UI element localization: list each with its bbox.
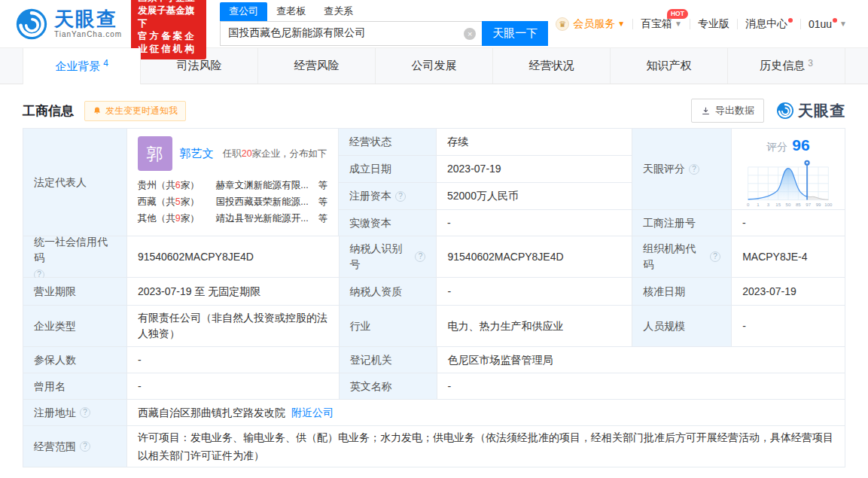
watermark-logo: 天眼查 [776,101,845,121]
registration-number-value: - [732,210,845,236]
tab-intellectual-property[interactable]: 知识产权 [611,48,728,84]
tab-company-background[interactable]: 企业背景 4 [23,48,141,84]
chevron-down-icon: ▼ [617,20,625,28]
tab-operating-status[interactable]: 经营状况 [493,48,611,84]
tenure-group-row: 贵州（共6家） 赫章文渊新能源有限... 等 [138,177,327,193]
menu-toolbox[interactable]: HOT 百宝箱 ▼ [633,17,690,31]
svg-text:15: 15 [775,202,781,207]
insured-count-value: - [127,347,340,373]
svg-text:50: 50 [786,202,791,207]
legal-rep-cell: 郭 郭艺文 任职20家企业，分布如下 贵州（共6家） 赫章文渊新能源有限... … [127,129,339,236]
company-nav-tabs: 企业背景 4 司法风险 经营风险 公司发展 经营状况 知识产权 历史信息 3 [0,47,868,84]
former-name-value: - [127,373,340,400]
english-name-label: 英文名称 [340,373,437,400]
notify-on-change-button[interactable]: 发生变更时通知我 [84,101,186,121]
industry-value: 电力、热力生产和供应业 [437,306,632,347]
svg-text:3: 3 [767,202,770,207]
notification-dot [788,18,793,23]
industry-label: 行业 [340,306,437,347]
staff-size-label: 人员规模 [632,306,732,347]
tab-company-development[interactable]: 公司发展 [376,48,493,84]
svg-text:1: 1 [757,202,760,207]
company-link[interactable]: 赫章文渊新能源有限... [216,177,318,193]
chevron-down-icon: ▼ [675,20,682,28]
menu-user-account[interactable]: 01uu ▼ [801,18,854,30]
credit-code-value: 91540602MACPY8JE4D [127,236,340,278]
search-area: 查公司 查老板 查关系 × 天眼一下 [220,2,548,46]
help-icon[interactable]: ? [395,191,406,202]
approval-date-label: 核准日期 [632,278,732,306]
tab-history-info[interactable]: 历史信息 3 [728,48,845,84]
establish-date-label: 成立日期 [339,156,437,183]
taxpayer-quality-value: - [437,278,632,306]
taxpayer-id-value: 91540602MACPY8JE4D [437,236,632,278]
former-name-label: 曾用名 [23,373,127,400]
tab-judicial-risk[interactable]: 司法风险 [141,48,258,84]
crown-icon: ♛ [556,17,569,31]
english-name-value: - [437,373,845,400]
registered-capital-value: 52000万人民币 [437,183,632,210]
company-link[interactable]: 国投西藏聂荣新能源... [216,193,318,210]
org-code-value: MACPY8JE-4 [732,236,845,278]
menu-pro-version[interactable]: 专业版 [690,17,737,31]
tianyan-score-chart-cell: 评分 96 [732,129,845,210]
search-tab-company[interactable]: 查公司 [220,2,267,21]
help-icon[interactable]: ? [415,251,425,262]
search-button[interactable]: 天眼一下 [482,21,548,46]
tab-operating-risk[interactable]: 经营风险 [258,48,376,84]
approval-date-value: 2023-07-19 [732,278,845,306]
score-axis-ticks: 0 1 3 15 50 85 97 99 100 [747,202,833,207]
section-title: 工商信息 [23,102,74,120]
registry-value: 色尼区市场监督管理局 [437,347,845,373]
export-data-button[interactable]: 导出数据 [691,99,764,123]
score-value: 96 [792,133,809,157]
svg-text:85: 85 [796,202,801,207]
logo-swirl-icon [776,102,794,120]
help-icon[interactable]: ? [689,164,699,175]
logo-subtitle: TianYanCha.com [54,30,122,38]
score-word: 评分 [766,139,787,155]
credit-code-label: 统一社会信用代码 ? [23,236,127,278]
search-tab-relation[interactable]: 查关系 [315,2,362,21]
tab-count: 4 [103,58,108,69]
business-scope-label: 经营范围 ? [23,426,127,467]
clear-search-icon[interactable]: × [464,28,476,40]
company-type-value: 有限责任公司（非自然人投资或控股的法人独资） [127,306,340,347]
nearby-companies-link[interactable]: 附近公司 [291,405,333,421]
search-input[interactable] [220,21,482,46]
logo-title: 天眼查 [54,9,122,29]
score-distribution-chart: 0 1 3 15 50 85 97 99 100 [736,157,840,210]
legal-rep-name-link[interactable]: 郭艺文 [180,145,214,163]
menu-vip-services[interactable]: ♛ 会员服务 ▼ [548,17,632,31]
help-icon[interactable]: ? [80,407,90,418]
tenure-group-row: 西藏（共5家） 国投西藏聂荣新能源... 等 [138,193,327,210]
svg-text:97: 97 [806,202,811,207]
taxpayer-quality-label: 纳税人资质 [340,278,437,306]
search-tab-boss[interactable]: 查老板 [267,2,315,21]
staff-size-value: - [732,306,845,347]
insured-count-label: 参保人数 [23,347,127,373]
help-icon[interactable]: ? [80,441,90,452]
business-info-table: 法定代表人 郭 郭艺文 任职20家企业，分布如下 贵州（共6家） 赫章文渊新能源… [23,128,845,467]
address-label: 注册地址 ? [23,400,127,426]
etc-label: 等 [318,210,328,227]
notification-dot [833,18,837,23]
svg-text:0: 0 [747,202,750,207]
registered-capital-label: 注册资本 ? [339,183,437,210]
etc-label: 等 [318,193,328,210]
tianyancha-logo[interactable]: 天眼查 TianYanCha.com [15,8,122,41]
business-scope-value: 许可项目：发电业务、输电业务、供（配）电业务；水力发电；供电业务（依法须经批准的… [127,426,845,467]
status-label: 经营状态 [339,129,437,156]
menu-message-center[interactable]: 消息中心 [738,17,800,31]
logo-swirl-icon [15,8,48,41]
status-value: 存续 [437,129,632,156]
bell-icon [93,106,102,115]
svg-text:100: 100 [824,202,833,207]
taxpayer-id-label: 纳税人识别号 ? [340,236,437,278]
download-icon [701,106,711,116]
company-link[interactable]: 靖边县智光新能源开... [216,210,318,227]
tianyan-score-label: 天眼评分 ? [632,129,732,210]
avatar[interactable]: 郭 [138,136,172,171]
business-term-value: 2023-07-19 至 无固定期限 [127,278,340,306]
help-icon[interactable]: ? [710,251,720,262]
